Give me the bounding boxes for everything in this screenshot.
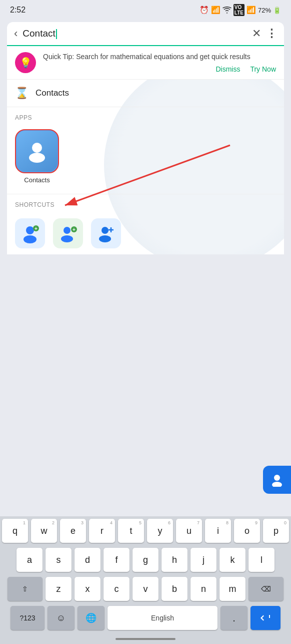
search-input[interactable]: Contact [22,28,247,39]
status-icons: ⏰ 📶 VOLTE 📶 72% 🔋 [200,4,281,16]
key-t[interactable]: 5t [118,519,144,543]
battery-icon: 🔋 [273,7,281,14]
svg-point-1 [29,153,45,163]
signal-icon: 📶 [246,6,256,15]
key-space[interactable]: English [108,606,218,630]
svg-point-9 [61,235,73,242]
key-p[interactable]: 0p [263,519,289,543]
key-enter[interactable] [250,606,280,630]
keyboard-row-1: 1q 2w 3e 4r 5t 6y 7u 8i 9o 0p [0,516,291,545]
shortcut-3[interactable] [91,218,121,248]
key-symbols[interactable]: ?123 [10,606,44,630]
key-g[interactable]: g [132,548,158,572]
key-period[interactable]: . [220,606,248,630]
app-icon-border [15,129,59,173]
status-time: 2:52 [10,6,26,15]
num-hint-7: 7 [197,520,200,525]
clear-button[interactable]: ✕ [252,27,261,40]
key-b[interactable]: b [162,577,188,601]
keyboard: 1q 2w 3e 4r 5t 6y 7u 8i 9o 0p a s d f g … [0,516,291,644]
svg-point-14 [99,235,111,242]
svg-point-19 [274,475,280,481]
num-hint-8: 8 [226,520,228,525]
svg-text:+: + [34,226,38,231]
apps-grid: Contacts [7,125,284,194]
num-hint-2: 2 [52,520,54,525]
key-l[interactable]: l [248,548,274,572]
num-hint-9: 9 [255,520,258,525]
svg-point-13 [102,227,108,234]
shortcut-1[interactable]: + [15,218,45,248]
history-icon: ⌛ [15,87,28,100]
key-y[interactable]: 6y [147,519,173,543]
key-globe[interactable]: 🌐 [78,606,104,630]
shortcuts-label: SHORTCUTS [7,194,284,212]
key-o[interactable]: 9o [234,519,260,543]
key-x[interactable]: x [74,577,100,601]
key-j[interactable]: j [190,548,216,572]
svg-text:+: + [72,227,76,232]
battery-text: 72% [258,7,271,14]
lightbulb-icon: 💡 [20,57,32,69]
app-icon-bg [16,131,58,172]
key-u[interactable]: 7u [176,519,202,543]
key-k[interactable]: k [220,548,246,572]
key-f[interactable]: f [104,548,130,572]
key-n[interactable]: n [190,577,216,601]
recent-label: Contacts [36,88,69,98]
key-e[interactable]: 3e [60,519,86,543]
search-query-text: Contact [22,28,55,39]
recent-section[interactable]: ⌛ Contacts [7,80,284,107]
fab-icon [270,473,284,487]
key-backspace[interactable]: ⌫ [248,577,284,601]
alarm-icon: ⏰ [200,6,209,15]
app-contacts[interactable]: Contacts [15,129,59,184]
num-hint-5: 5 [139,520,142,525]
key-z[interactable]: z [46,577,72,601]
status-bar: 2:52 ⏰ 📶 VOLTE 📶 72% 🔋 [0,0,291,20]
num-hint-3: 3 [81,520,84,525]
home-bar-line [116,638,176,640]
try-now-button[interactable]: Try Now [250,65,276,73]
contacts-person-icon [24,139,50,164]
cursor [56,29,57,39]
dismiss-button[interactable]: Dismiss [216,65,240,73]
key-i[interactable]: 8i [205,519,231,543]
key-w[interactable]: 2w [31,519,57,543]
key-h[interactable]: h [162,548,188,572]
tip-content: Quick Tip: Search for mathematical equat… [43,52,276,73]
key-r[interactable]: 4r [89,519,115,543]
shortcut-add-contact-green-icon: + [57,222,79,244]
more-options-button[interactable]: ⋮ [266,27,277,40]
key-s[interactable]: s [46,548,72,572]
tip-text: Quick Tip: Search for mathematical equat… [43,52,276,62]
key-v[interactable]: v [132,577,158,601]
num-hint-1: 1 [23,520,26,525]
keyboard-row-3: ⇧ z x c v b n m ⌫ [0,574,291,603]
fab-button[interactable] [263,466,291,494]
key-shift[interactable]: ⇧ [8,577,42,601]
app-label-contacts: Contacts [24,176,50,184]
svg-point-20 [272,482,282,487]
key-m[interactable]: m [220,577,246,601]
key-q[interactable]: 1q [2,519,28,543]
shortcut-2[interactable]: + [53,218,83,248]
shortcut-contacts-icon: + [19,222,41,244]
key-c[interactable]: c [104,577,130,601]
key-emoji[interactable]: ☺ [48,606,74,630]
num-hint-6: 6 [168,520,170,525]
tip-actions: Dismiss Try Now [43,65,276,73]
shortcuts-icons: + + [7,212,284,254]
search-bar: ‹ Contact ✕ ⋮ [7,22,284,46]
keyboard-row-2: a s d f g h j k l [0,545,291,574]
key-d[interactable]: d [74,548,100,572]
back-button[interactable]: ‹ [14,27,18,40]
svg-point-8 [64,227,70,234]
volte-icon: VOLTE [234,4,244,16]
key-a[interactable]: a [16,548,42,572]
bluetooth-icon: 📶 [211,6,220,15]
tip-banner: 💡 Quick Tip: Search for mathematical equ… [7,46,284,80]
svg-point-3 [26,226,34,234]
num-hint-4: 4 [110,520,112,525]
svg-point-4 [24,235,36,243]
